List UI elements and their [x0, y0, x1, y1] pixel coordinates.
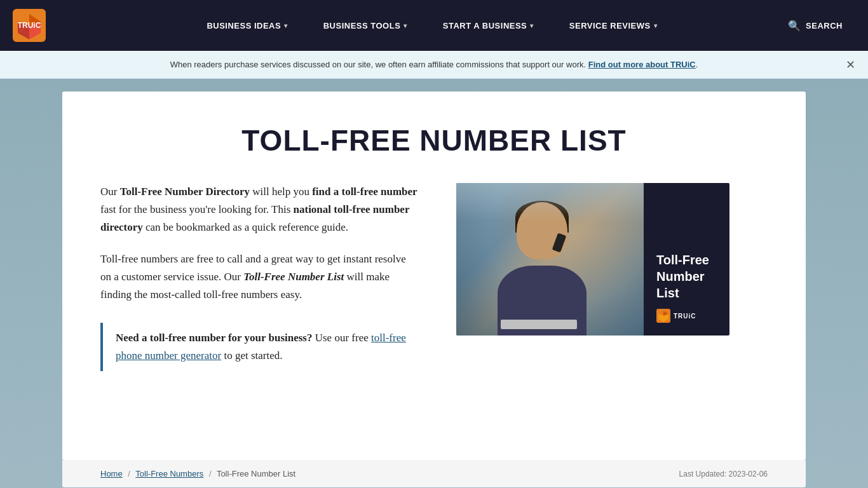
search-button[interactable]: 🔍 SEARCH	[775, 0, 855, 51]
affiliate-banner: When readers purchase services discussed…	[0, 51, 868, 79]
bold-italic-list: Toll-Free Number List	[243, 271, 344, 283]
chevron-down-icon: ▾	[654, 22, 658, 29]
blockquote-bold: Need a toll-free number for your busines…	[116, 332, 312, 344]
content-card: TOLL-FREE NUMBER LIST Our Toll-Free Numb…	[62, 92, 806, 460]
content-left: Our Toll-Free Number Directory will help…	[100, 183, 418, 371]
bold-find: find a toll-free number	[312, 186, 417, 198]
overlay-logo-text: TRUiC	[674, 313, 696, 320]
nav-item-business-tools[interactable]: BUSINESS TOOLS ▾	[306, 0, 425, 51]
blockquote: Need a toll-free number for your busines…	[100, 323, 418, 371]
nav-item-business-ideas[interactable]: BUSINESS IDEAS ▾	[189, 0, 305, 51]
chevron-down-icon: ▾	[403, 22, 407, 29]
page-wrapper: TOLL-FREE NUMBER LIST Our Toll-Free Numb…	[0, 79, 868, 488]
logo[interactable]: TRUiC	[13, 9, 51, 42]
chevron-down-icon: ▾	[530, 22, 534, 29]
image-composite: Toll-Free Number List TRUiC	[456, 183, 729, 336]
breadcrumb-area: Home / Toll-Free Numbers / Toll-Free Num…	[62, 460, 806, 487]
breadcrumb-home[interactable]: Home	[100, 469, 123, 478]
last-updated: Last Updated: 2023-02-06	[679, 470, 768, 478]
overlay-title: Toll-Free Number List	[656, 252, 717, 301]
content-right: Toll-Free Number List TRUiC	[456, 183, 729, 336]
close-button[interactable]: ✕	[846, 59, 855, 71]
overlay-logo: TRUiC	[656, 309, 717, 323]
intro-paragraph-2: Toll-free numbers are free to call and a…	[100, 250, 418, 304]
search-icon: 🔍	[788, 20, 801, 32]
svg-text:TRUiC: TRUiC	[18, 21, 41, 30]
bold-national: national toll-free number directory	[100, 203, 409, 233]
nav-item-service-reviews[interactable]: SERVICE REVIEWS ▾	[552, 0, 675, 51]
breadcrumb-current: Toll-Free Number List	[217, 469, 295, 478]
nav-links: BUSINESS IDEAS ▾ BUSINESS TOOLS ▾ START …	[89, 0, 775, 51]
intro-paragraph-1: Our Toll-Free Number Directory will help…	[100, 183, 418, 236]
affiliate-link[interactable]: Find out more about TRUiC	[588, 60, 696, 69]
nav-item-start-business[interactable]: START A BUSINESS ▾	[425, 0, 552, 51]
bold-directory: Toll-Free Number Directory	[120, 186, 250, 198]
breadcrumb-level1[interactable]: Toll-Free Numbers	[135, 469, 203, 478]
page-title: TOLL-FREE NUMBER LIST	[100, 123, 768, 158]
navigation: TRUiC BUSINESS IDEAS ▾ BUSINESS TOOLS ▾ …	[0, 0, 868, 51]
breadcrumb-sep-1: /	[128, 469, 130, 478]
chevron-down-icon: ▾	[284, 22, 288, 29]
affiliate-text: When readers purchase services discussed…	[170, 60, 698, 69]
image-overlay: Toll-Free Number List TRUiC	[644, 183, 729, 336]
breadcrumb-sep-2: /	[209, 469, 212, 478]
blockquote-text: Need a toll-free number for your busines…	[116, 329, 418, 365]
article-image	[456, 183, 644, 336]
content-layout: Our Toll-Free Number Directory will help…	[100, 183, 768, 371]
breadcrumb: Home / Toll-Free Numbers / Toll-Free Num…	[100, 469, 295, 478]
